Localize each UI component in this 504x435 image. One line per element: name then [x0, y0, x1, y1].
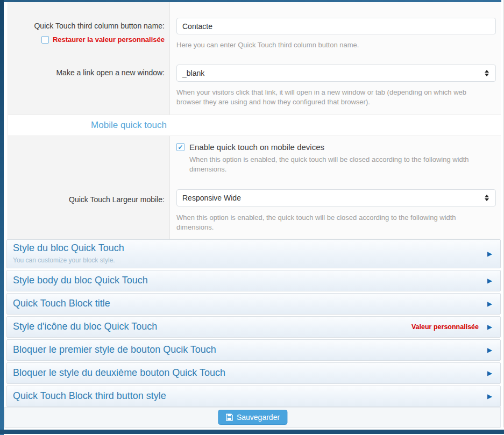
- accordion-title: Style du bloc Quick Touch: [13, 243, 124, 254]
- button-name-help: Here you can enter Quick Touch third col…: [176, 40, 359, 50]
- window-bottom-edge: [0, 430, 504, 434]
- new-window-select[interactable]: _blank: [176, 65, 496, 82]
- accordion-list: Style du bloc Quick Touch You can custom…: [6, 239, 501, 409]
- expand-arrow-icon: ▶: [487, 369, 492, 377]
- accordion-title: Quick Touch Block title: [13, 298, 110, 309]
- mobile-settings-block: ✓ Enable quick touch on mobile devices W…: [8, 136, 501, 239]
- save-button-label: Sauvegarder: [237, 413, 280, 422]
- enable-mobile-desc: When this option is enabled, the quick t…: [189, 155, 488, 174]
- settings-page: Quick Touch third column button name: Re…: [0, 0, 504, 435]
- mobile-width-select-value: Responsive Wide: [182, 194, 485, 202]
- label-column: [8, 136, 170, 239]
- expand-arrow-icon: ▶: [487, 346, 492, 354]
- mobile-width-help: When this option is enabled, the quick t…: [176, 213, 475, 232]
- expand-arrow-icon: ▶: [487, 300, 492, 308]
- accordion-second-button-style[interactable]: Bloquer le style du deuxième bouton Quic…: [6, 362, 501, 384]
- mobile-section-title: Mobile quick touch: [8, 120, 250, 131]
- settings-table: Quick Touch third column button name: Re…: [8, 2, 501, 239]
- new-window-label: Make a link open a new window:: [8, 68, 165, 77]
- button-name-label: Quick Touch third column button name:: [8, 22, 165, 30]
- expand-arrow-icon: ▶: [487, 323, 492, 331]
- select-stepper-icon: [485, 195, 489, 201]
- label-column: [8, 2, 170, 115]
- enable-mobile-label: Enable quick touch on mobile devices: [189, 142, 324, 152]
- expand-arrow-icon: ▶: [487, 250, 492, 258]
- expand-arrow-icon: ▶: [487, 393, 492, 400]
- mobile-width-label: Quick Touch Largeur mobile:: [8, 195, 165, 204]
- accordion-title: Bloquer le style du deuxième bouton Quic…: [13, 367, 225, 379]
- accordion-title: Style body du bloc Quick Touch: [13, 275, 148, 286]
- mobile-width-select[interactable]: Responsive Wide: [176, 189, 496, 206]
- restore-label: Restaurer la valeur personnalisée: [53, 35, 165, 44]
- accordion-subtitle: You can customize your block style.: [13, 256, 115, 264]
- enable-mobile-row: ✓ Enable quick touch on mobile devices: [176, 142, 324, 152]
- accordion-icon-style[interactable]: Style d'icône du bloc Quick Touch Valeur…: [6, 316, 501, 338]
- new-window-help: When your visitors click that link, it w…: [176, 88, 478, 107]
- restore-custom-value-row: Restaurer la valeur personnalisée: [41, 35, 165, 44]
- accordion-body-style[interactable]: Style body du bloc Quick Touch ▶: [6, 270, 501, 291]
- footer-bar: Sauvegarder: [4, 407, 501, 427]
- accordion-block-title[interactable]: Quick Touch Block title ▶: [6, 293, 501, 315]
- select-stepper-icon: [485, 70, 489, 76]
- accordion-title: Quick Touch Block third button style: [13, 390, 166, 402]
- accordion-title: Style d'icône du bloc Quick Touch: [13, 321, 157, 332]
- custom-value-badge: Valeur personnalisée: [411, 323, 479, 331]
- accordion-first-button-style[interactable]: Bloquer le premier style de bouton Qucik…: [6, 339, 501, 361]
- mobile-section-header: Mobile quick touch: [8, 115, 501, 136]
- expand-arrow-icon: ▶: [487, 277, 492, 284]
- window-left-edge: [0, 0, 4, 435]
- button-name-input[interactable]: [176, 18, 496, 34]
- accordion-third-button-style[interactable]: Quick Touch Block third button style ▶: [6, 386, 501, 407]
- new-window-select-value: _blank: [182, 69, 485, 77]
- enable-mobile-checkbox[interactable]: ✓: [176, 143, 184, 151]
- general-settings-block: Quick Touch third column button name: Re…: [8, 2, 501, 115]
- accordion-block-style[interactable]: Style du bloc Quick Touch You can custom…: [6, 239, 501, 268]
- save-icon: [225, 413, 233, 421]
- accordion-title: Bloquer le premier style de bouton Qucik…: [13, 344, 216, 355]
- save-button[interactable]: Sauvegarder: [218, 410, 287, 425]
- restore-checkbox[interactable]: [41, 36, 49, 44]
